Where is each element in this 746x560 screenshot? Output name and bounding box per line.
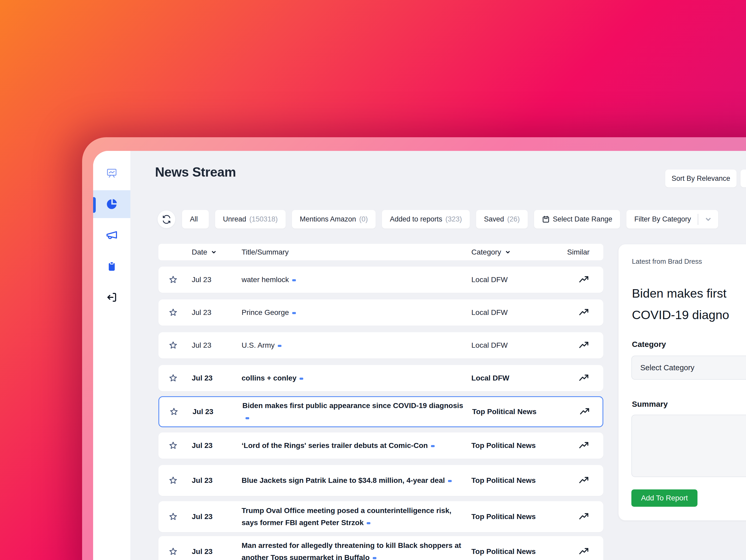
star-icon[interactable] [167, 476, 179, 485]
row-title: Prince George [241, 307, 466, 318]
news-row[interactable]: Jul 23 ‘Lord of the Rings' series traile… [159, 432, 603, 459]
filter-all[interactable]: All [182, 210, 209, 229]
unread-marker [373, 557, 376, 559]
unread-marker [292, 312, 296, 314]
filter-bar: All Unread (150318) Mentions Amazon (0) … [157, 210, 718, 229]
partial-button[interactable] [741, 170, 746, 187]
row-title: Man arrested for allegedly threatening t… [241, 539, 466, 560]
logout-icon [106, 291, 117, 303]
column-title-summary: Title/Summary [241, 248, 289, 256]
trending-up-icon[interactable] [578, 511, 590, 522]
date-range-label: Select Date Range [553, 215, 612, 223]
unread-marker [367, 522, 370, 524]
news-row[interactable]: Jul 23 collins + conley Local DFW [159, 365, 603, 391]
sidebar-item-campaigns[interactable] [93, 221, 131, 249]
desktop-gradient-background: News Stream Sort By Relevance All [0, 0, 746, 560]
unread-marker [299, 377, 303, 380]
column-label: Title/Summary [241, 248, 289, 256]
row-category: Local DFW [471, 341, 566, 349]
row-date: Jul 23 [192, 476, 212, 485]
clipboard-icon [106, 261, 117, 272]
star-icon[interactable] [167, 308, 179, 317]
row-title: Biden makes first public appearance sinc… [242, 400, 467, 424]
sort-by-relevance-button[interactable]: Sort By Relevance [665, 170, 737, 187]
star-icon[interactable] [167, 341, 179, 350]
sidebar-item-news-stream[interactable] [93, 190, 131, 218]
row-title: water hemlock [241, 274, 466, 286]
row-category: Top Political News [471, 512, 566, 521]
star-icon[interactable] [167, 547, 179, 556]
category-label: Category [632, 340, 666, 349]
column-date[interactable]: Date [192, 248, 217, 256]
column-category[interactable]: Category [471, 248, 511, 256]
chevron-down-icon [211, 249, 217, 255]
star-icon[interactable] [168, 407, 180, 416]
filter-saved[interactable]: Saved (26) [476, 210, 528, 229]
trending-up-icon[interactable] [578, 307, 590, 318]
megaphone-icon [106, 229, 118, 241]
trending-up-icon[interactable] [578, 475, 590, 486]
filter-added-to-reports[interactable]: Added to reports (323) [382, 210, 470, 229]
row-date: Jul 23 [192, 308, 211, 317]
news-row[interactable]: Jul 23 Prince George Local DFW [159, 300, 603, 326]
filter-label: Saved [484, 215, 504, 223]
sidebar-item-dashboard[interactable] [93, 159, 131, 187]
calendar-icon [542, 216, 550, 223]
trending-up-icon[interactable] [578, 373, 590, 383]
summary-textarea[interactable] [631, 415, 746, 477]
add-to-report-button[interactable]: Add To Report [631, 489, 697, 507]
unread-marker [431, 445, 435, 447]
summary-label: Summary [632, 400, 668, 409]
filter-label: Unread [223, 215, 246, 223]
row-title: Trump Oval Office meeting posed a counte… [241, 505, 466, 529]
category-select[interactable]: Select Category [631, 356, 746, 380]
unread-marker [292, 279, 296, 281]
presentation-chart-icon [106, 167, 118, 179]
row-category: Local DFW [471, 374, 566, 382]
star-icon[interactable] [167, 512, 179, 522]
row-date: Jul 23 [192, 341, 211, 349]
article-source: Latest from Brad Dress [632, 257, 702, 265]
column-label: Category [471, 248, 501, 256]
filter-unread[interactable]: Unread (150318) [215, 210, 286, 229]
refresh-button[interactable] [157, 210, 176, 229]
main-content: News Stream Sort By Relevance All [131, 151, 746, 560]
row-date: Jul 23 [192, 548, 212, 556]
row-title: U.S. Army [241, 339, 466, 352]
star-icon[interactable] [167, 441, 179, 450]
news-row[interactable]: Jul 23 Blue Jackets sign Patrik Laine to… [159, 465, 603, 496]
app-window: News Stream Sort By Relevance All [93, 151, 746, 560]
row-title: collins + conley [241, 372, 466, 384]
divider [698, 214, 698, 225]
trending-up-icon[interactable] [578, 440, 590, 451]
news-row-selected[interactable]: Jul 23 Biden makes first public appearan… [159, 396, 603, 427]
star-icon[interactable] [167, 275, 179, 284]
filter-count: (323) [446, 215, 462, 223]
news-row[interactable]: Jul 23 water hemlock Local DFW [159, 267, 603, 293]
sidebar-item-reports[interactable] [93, 252, 131, 280]
category-select-value: Select Category [640, 363, 694, 372]
row-date: Jul 23 [192, 374, 212, 382]
select-date-range-button[interactable]: Select Date Range [534, 210, 620, 229]
trending-up-icon[interactable] [578, 340, 590, 351]
trending-up-icon[interactable] [578, 547, 590, 557]
filter-by-category-dropdown[interactable]: Filter By Category [626, 210, 718, 229]
filter-count: (26) [507, 215, 520, 223]
news-row[interactable]: Jul 23 U.S. Army Local DFW [159, 332, 603, 359]
trending-up-icon[interactable] [578, 275, 590, 285]
unread-marker [246, 417, 249, 419]
filter-count: (150318) [250, 215, 278, 223]
article-detail-panel: Latest from Brad Dress Biden makes first… [619, 244, 746, 521]
row-category: Top Political News [471, 548, 566, 556]
star-icon[interactable] [167, 373, 179, 383]
trending-up-icon[interactable] [578, 407, 591, 417]
row-date: Jul 23 [192, 441, 212, 450]
news-row[interactable]: Jul 23 Man arrested for allegedly threat… [159, 536, 603, 560]
sidebar-item-logout[interactable] [93, 283, 131, 311]
filter-count: (0) [359, 215, 368, 223]
filter-mentions-amazon[interactable]: Mentions Amazon (0) [292, 210, 376, 229]
article-headline: Biden makes first COVID-19 diagno [632, 283, 729, 326]
row-date: Jul 23 [192, 276, 211, 284]
news-row[interactable]: Jul 23 Trump Oval Office meeting posed a… [159, 501, 603, 532]
row-date: Jul 23 [192, 512, 212, 521]
